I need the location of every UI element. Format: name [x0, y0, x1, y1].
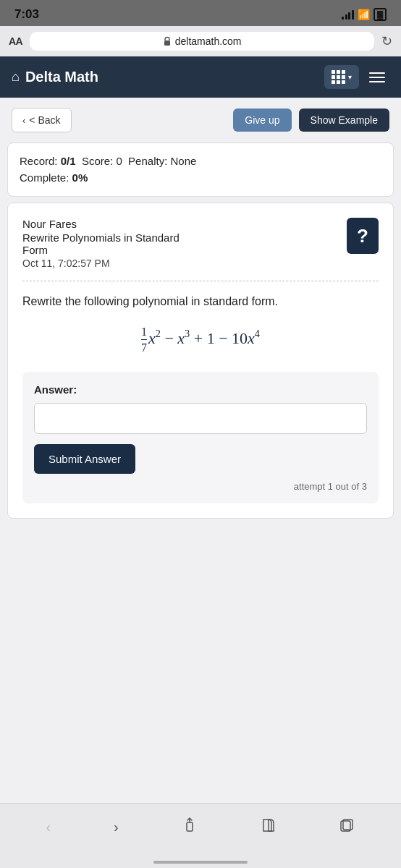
app-logo: ⌂ Delta Math: [12, 69, 98, 85]
share-button[interactable]: [177, 812, 202, 842]
answer-label: Answer:: [34, 383, 367, 396]
student-name: Nour Fares: [22, 218, 180, 230]
show-example-button[interactable]: Show Example: [299, 109, 389, 132]
score-label: Score: 0 Penalty: None: [76, 155, 197, 167]
signal-icon: [342, 9, 354, 20]
browser-url-bar[interactable]: deltamath.com: [30, 32, 374, 51]
browser-aa-label[interactable]: AA: [9, 35, 22, 47]
svg-rect-0: [164, 41, 170, 46]
hamburger-menu-button[interactable]: [365, 68, 389, 87]
tabs-button[interactable]: [334, 813, 359, 841]
status-time: 7:03: [14, 7, 39, 22]
problem-date: Oct 11, 7:02:57 PM: [22, 258, 180, 269]
lock-icon: [163, 36, 172, 46]
help-icon[interactable]: ?: [347, 218, 379, 254]
wifi-icon: 📶: [358, 9, 370, 20]
back-label: < Back: [29, 114, 60, 126]
section-divider: [22, 281, 379, 281]
submit-answer-button[interactable]: Submit Answer: [34, 444, 135, 474]
back-button[interactable]: ‹ < Back: [12, 108, 72, 132]
book-icon: [261, 817, 277, 833]
bottom-wrapper: ‹ ›: [0, 803, 401, 868]
chevron-down-icon: ▾: [348, 73, 352, 81]
tabs-icon: [339, 817, 355, 833]
action-right-buttons: Give up Show Example: [233, 109, 389, 132]
grid-menu-button[interactable]: ▾: [324, 65, 359, 89]
record-line1: Record: 0/1 Score: 0 Penalty: None: [20, 153, 381, 170]
problem-title: Rewrite Polynomials in Standard Form: [22, 231, 180, 256]
problem-instruction: Rewrite the following polynomial in stan…: [22, 293, 379, 310]
bottom-bar: ‹ ›: [0, 803, 401, 856]
answer-section: Answer: Submit Answer attempt 1 out of 3: [22, 372, 379, 503]
browser-bar: AA deltamath.com ↻: [0, 26, 401, 56]
status-icons: 📶 ▓: [342, 8, 387, 21]
complete-value: 0%: [72, 171, 88, 184]
give-up-button[interactable]: Give up: [233, 109, 291, 132]
record-label: Record:: [20, 155, 61, 167]
record-line2: Complete: 0%: [20, 170, 381, 187]
action-bar: ‹ < Back Give up Show Example: [0, 98, 401, 142]
app-header: ⌂ Delta Math ▾: [0, 56, 401, 98]
problem-card: Nour Fares Rewrite Polynomials in Standa…: [7, 203, 394, 519]
record-value: 0/1: [61, 155, 76, 167]
hamburger-icon: [369, 72, 385, 74]
logo-arrow-icon: ⌂: [12, 69, 20, 85]
svg-rect-1: [187, 822, 193, 831]
refresh-icon[interactable]: ↻: [381, 33, 392, 49]
browser-forward-button[interactable]: ›: [109, 814, 123, 840]
battery-icon: ▓: [373, 8, 387, 21]
answer-input[interactable]: [34, 403, 367, 434]
bookmarks-button[interactable]: [256, 813, 281, 841]
main-content: ‹ < Back Give up Show Example Record: 0/…: [0, 98, 401, 803]
status-bar: 7:03 📶 ▓: [0, 0, 401, 26]
app-title: Delta Math: [25, 69, 98, 85]
share-icon: [182, 817, 198, 834]
math-expression: 1 7 x2 − x3 + 1 − 10x4: [22, 325, 379, 354]
back-chevron-icon: ‹: [22, 115, 25, 126]
attempt-text: attempt 1 out of 3: [34, 481, 367, 492]
problem-info: Nour Fares Rewrite Polynomials in Standa…: [22, 218, 180, 269]
browser-back-button[interactable]: ‹: [41, 814, 55, 840]
browser-url-text: deltamath.com: [175, 35, 242, 47]
fraction: 1 7: [141, 325, 147, 354]
record-card: Record: 0/1 Score: 0 Penalty: None Compl…: [7, 142, 394, 197]
grid-icon: [332, 70, 345, 84]
bottom-spacer: [0, 864, 401, 868]
complete-label: Complete:: [20, 171, 72, 184]
header-right: ▾: [324, 65, 389, 89]
